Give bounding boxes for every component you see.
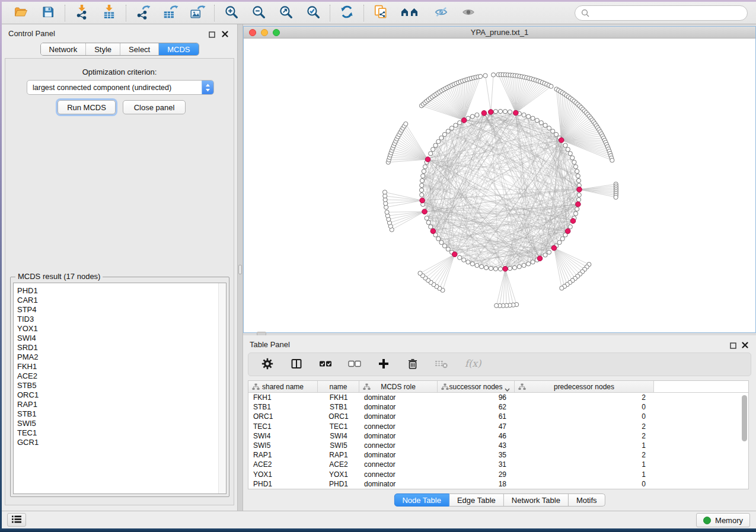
network-node[interactable] <box>575 169 579 174</box>
table-scrollbar-thumb[interactable] <box>742 395 747 441</box>
network-node[interactable] <box>570 156 575 160</box>
network-leaf-node[interactable] <box>418 271 422 275</box>
network-node[interactable] <box>568 152 572 156</box>
mcds-result-list[interactable]: PHD1CAR1STP4TID3YOX1SWI4SRD1PMA2FKH1ACE2… <box>13 283 227 494</box>
network-node[interactable] <box>498 109 502 113</box>
network-node[interactable] <box>573 165 578 169</box>
network-window-titlebar[interactable]: YPA_prune.txt_1 <box>244 27 755 39</box>
table-row[interactable]: ACE2ACE2connector311 <box>248 460 748 469</box>
network-node[interactable] <box>446 129 450 133</box>
run-mcds-button[interactable]: Run MCDS <box>58 100 116 114</box>
network-node[interactable] <box>462 258 466 262</box>
mcds-hub-node[interactable] <box>570 219 576 224</box>
tab-node-table[interactable]: Node Table <box>394 493 449 507</box>
table-panel-float-button[interactable] <box>728 341 738 351</box>
network-node[interactable] <box>470 114 474 118</box>
network-node[interactable] <box>572 160 576 164</box>
network-node[interactable] <box>535 118 539 123</box>
network-node[interactable] <box>512 265 516 270</box>
table-row[interactable]: ORC1ORC1dominator610 <box>248 412 748 421</box>
mcds-hub-node[interactable] <box>461 118 467 123</box>
network-node[interactable] <box>543 123 547 127</box>
import-table-button[interactable] <box>100 4 118 22</box>
mcds-hub-node[interactable] <box>430 229 436 234</box>
mcds-hub-node[interactable] <box>537 256 543 261</box>
network-leaf-node[interactable] <box>549 84 553 88</box>
mcds-hub-node[interactable] <box>559 137 564 143</box>
splitter-grip[interactable] <box>238 265 242 274</box>
network-node[interactable] <box>425 216 429 220</box>
mcds-hub-node[interactable] <box>452 252 457 257</box>
zoom-fit-button[interactable] <box>277 4 295 22</box>
network-leaf-node[interactable] <box>560 286 564 290</box>
split-view-button[interactable] <box>289 357 304 372</box>
task-history-button[interactable] <box>7 513 26 527</box>
mcds-hub-node[interactable] <box>422 209 428 214</box>
network-node[interactable] <box>576 178 580 182</box>
mcds-hub-node[interactable] <box>565 229 570 234</box>
network-node[interactable] <box>426 220 430 225</box>
network-node[interactable] <box>508 266 512 270</box>
network-canvas[interactable] <box>244 39 756 332</box>
network-node[interactable] <box>484 265 488 270</box>
tab-network-table[interactable]: Network Table <box>504 493 569 507</box>
mcds-result-item[interactable]: ORC1 <box>14 390 226 400</box>
minimize-traffic-icon[interactable] <box>261 29 268 36</box>
mcds-result-item[interactable]: GCR1 <box>14 438 226 447</box>
network-node[interactable] <box>576 174 580 178</box>
network-node[interactable] <box>420 178 424 182</box>
network-node[interactable] <box>442 132 446 136</box>
network-node[interactable] <box>446 247 450 251</box>
close-traffic-icon[interactable] <box>249 29 256 36</box>
column-header-successor-nodes[interactable]: successor nodes <box>438 381 515 392</box>
delete-table-button[interactable] <box>434 357 449 372</box>
network-node[interactable] <box>493 110 497 114</box>
network-node[interactable] <box>442 243 446 248</box>
tab-edge-table[interactable]: Edge Table <box>449 493 504 507</box>
mcds-result-item[interactable]: FKH1 <box>14 362 226 371</box>
mcds-hub-node[interactable] <box>576 201 581 207</box>
table-row[interactable]: PHD1PHD1dominator180 <box>248 479 748 489</box>
network-node[interactable] <box>439 136 444 140</box>
network-node[interactable] <box>458 255 462 259</box>
network-node[interactable] <box>575 207 579 211</box>
control-panel-float-button[interactable] <box>206 30 217 40</box>
mcds-result-item[interactable]: STB1 <box>14 409 226 419</box>
network-node[interactable] <box>421 174 425 178</box>
mcds-result-item[interactable]: SWI5 <box>14 419 226 428</box>
network-node[interactable] <box>423 165 427 169</box>
network-node[interactable] <box>433 143 438 148</box>
network-node[interactable] <box>573 211 578 216</box>
memory-button[interactable]: Memory <box>696 513 750 527</box>
network-leaf-node[interactable] <box>614 195 618 199</box>
network-node[interactable] <box>420 183 424 187</box>
network-node[interactable] <box>527 114 531 118</box>
function-builder-button[interactable]: f(x) <box>463 357 484 372</box>
table-row[interactable]: SWI4SWI4dominator462 <box>248 431 748 441</box>
network-node[interactable] <box>576 197 580 201</box>
mcds-hub-node[interactable] <box>488 110 493 115</box>
network-node[interactable] <box>439 241 444 245</box>
network-node[interactable] <box>420 193 424 197</box>
network-node[interactable] <box>527 262 531 266</box>
mcds-result-item[interactable]: ACE2 <box>14 371 226 381</box>
export-table-button[interactable] <box>161 4 179 22</box>
network-node[interactable] <box>454 123 458 127</box>
show-all-button[interactable] <box>460 4 477 22</box>
save-session-button[interactable] <box>39 4 57 22</box>
mcds-hub-node[interactable] <box>551 245 557 251</box>
mcds-result-item[interactable]: SWI4 <box>14 334 226 343</box>
tab-style[interactable]: Style <box>85 43 120 55</box>
network-node[interactable] <box>554 132 558 136</box>
network-node[interactable] <box>577 193 581 197</box>
network-node[interactable] <box>431 148 435 152</box>
network-leaf-node[interactable] <box>483 73 487 78</box>
table-panel-close-button[interactable] <box>739 340 750 351</box>
mcds-result-item[interactable]: CAR1 <box>14 296 226 305</box>
column-header-shared-name[interactable]: shared name <box>248 381 318 392</box>
network-node[interactable] <box>429 152 433 156</box>
mcds-hub-node[interactable] <box>503 266 508 271</box>
network-node[interactable] <box>475 263 479 267</box>
maximize-traffic-icon[interactable] <box>273 29 280 36</box>
table-row[interactable]: YOX1YOX1connector291 <box>248 470 748 479</box>
